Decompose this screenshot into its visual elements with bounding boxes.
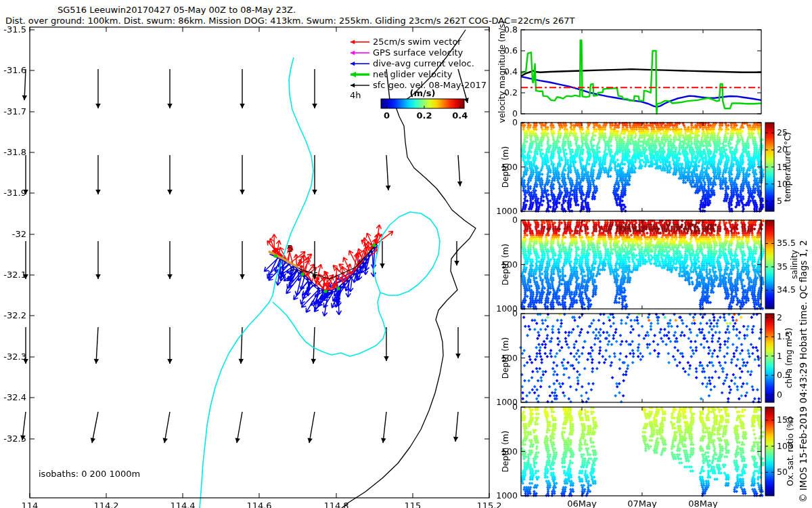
map-legend: 25cm/s swim vectorGPS surface velocitydi… xyxy=(350,37,487,121)
svg-text:© IMOS 15-Feb-2019 04:43:29 Ho: © IMOS 15-Feb-2019 04:43:29 Hobart time.… xyxy=(798,240,809,503)
svg-text:114.4: 114.4 xyxy=(170,501,195,508)
svg-text:0.4: 0.4 xyxy=(452,110,468,121)
temperature-panel: 05001000Depth (m)510152025temperature (°… xyxy=(496,117,792,216)
svg-text:0: 0 xyxy=(384,110,390,121)
chla-colorbar: 00.511.52chl-a (mg m-3) xyxy=(765,312,794,402)
svg-text:35.5: 35.5 xyxy=(777,238,796,248)
svg-text:4h: 4h xyxy=(350,90,361,100)
svg-text:Ox. sat. ratio (%): Ox. sat. ratio (%) xyxy=(786,417,795,486)
svg-text:isobaths: 0 200 1000m: isobaths: 0 200 1000m xyxy=(39,469,140,479)
svg-text:1: 1 xyxy=(777,351,782,361)
svg-text:-32.4: -32.4 xyxy=(3,392,26,402)
svg-text:35: 35 xyxy=(777,261,788,272)
temperature-colorbar: 510152025temperature (°C) xyxy=(765,123,792,211)
svg-text:-32.5: -32.5 xyxy=(3,433,26,444)
svg-text:115.2: 115.2 xyxy=(476,501,501,508)
svg-text:0: 0 xyxy=(512,215,518,225)
svg-text:-31.5: -31.5 xyxy=(3,24,26,35)
svg-text:114: 114 xyxy=(22,501,39,508)
svg-text:Depth (m): Depth (m) xyxy=(501,146,510,188)
svg-text:115: 115 xyxy=(405,501,422,508)
svg-text:Depth (m): Depth (m) xyxy=(501,431,510,472)
svg-text:114.2: 114.2 xyxy=(93,501,118,508)
svg-text:Depth (m): Depth (m) xyxy=(501,337,510,379)
svg-text:5: 5 xyxy=(777,196,782,206)
svg-text:-32.3: -32.3 xyxy=(3,352,26,362)
svg-text:2: 2 xyxy=(777,312,782,322)
oxygen-colorbar: 50100150Ox. sat. ratio (%) xyxy=(765,407,795,496)
oxygen-panel: 06May07May08May05001000Depth (m)50100150… xyxy=(496,402,795,508)
svg-text:velocity magnitude (m/s): velocity magnitude (m/s) xyxy=(497,21,507,123)
svg-text:dive-avg current veloc.: dive-avg current veloc. xyxy=(373,58,474,68)
svg-text:net glider velocity: net glider velocity xyxy=(373,69,453,79)
svg-text:temperature (°C): temperature (°C) xyxy=(783,132,792,202)
svg-text:08May: 08May xyxy=(688,499,718,508)
svg-text:chl-a (mg m-3): chl-a (mg m-3) xyxy=(784,328,794,388)
svg-text:-32.2: -32.2 xyxy=(3,310,26,320)
svg-text:34.5: 34.5 xyxy=(777,284,796,295)
figure-svg: 5114114.2114.4114.6114.8115115.2-31.5-31… xyxy=(0,0,812,508)
map-grid-arrows xyxy=(20,69,469,443)
svg-text:-31.9: -31.9 xyxy=(3,188,26,198)
imos-caption: © IMOS 15-Feb-2019 04:43:29 Hobart time.… xyxy=(798,240,809,503)
salinity-colorbar: 34.53535.5salinity xyxy=(765,220,799,309)
svg-text:-31.8: -31.8 xyxy=(3,147,26,157)
svg-text:0.2: 0.2 xyxy=(416,110,432,121)
svg-text:1000: 1000 xyxy=(496,490,518,501)
svg-text:07May: 07May xyxy=(627,499,657,508)
svg-text:5: 5 xyxy=(287,243,293,254)
chla-panel: 05001000Depth (m)00.511.52chl-a (mg m-3) xyxy=(496,308,794,407)
svg-text:Depth (m): Depth (m) xyxy=(501,244,510,285)
svg-text:0: 0 xyxy=(512,402,518,412)
svg-text:25cm/s swim vector: 25cm/s swim vector xyxy=(373,37,461,47)
map-plot: 5114114.2114.4114.6114.8115115.2-31.5-31… xyxy=(3,24,501,508)
svg-text:(m/s): (m/s) xyxy=(410,88,436,98)
legend-colorbar: 00.20.4 xyxy=(381,99,468,121)
velocity-panel: 00.20.40.60.8velocity magnitude (m/s) xyxy=(497,21,761,123)
svg-text:-32: -32 xyxy=(12,229,26,239)
svg-text:06May: 06May xyxy=(567,499,597,508)
svg-text:-31.7: -31.7 xyxy=(3,106,26,117)
svg-text:-32.1: -32.1 xyxy=(3,270,26,280)
svg-text:0: 0 xyxy=(512,308,518,318)
salinity-panel: 05001000Depth (m)34.53535.5salinity xyxy=(496,215,799,314)
svg-text:-31.6: -31.6 xyxy=(3,65,26,75)
svg-text:114.8: 114.8 xyxy=(323,501,348,508)
svg-text:0: 0 xyxy=(512,117,518,127)
figure-window: SG516 Leeuwin20170427 05-May 00Z to 08-M… xyxy=(0,0,812,508)
svg-text:0: 0 xyxy=(777,389,782,400)
svg-text:114.6: 114.6 xyxy=(246,501,271,508)
svg-text:GPS surface velocity: GPS surface velocity xyxy=(373,47,464,58)
